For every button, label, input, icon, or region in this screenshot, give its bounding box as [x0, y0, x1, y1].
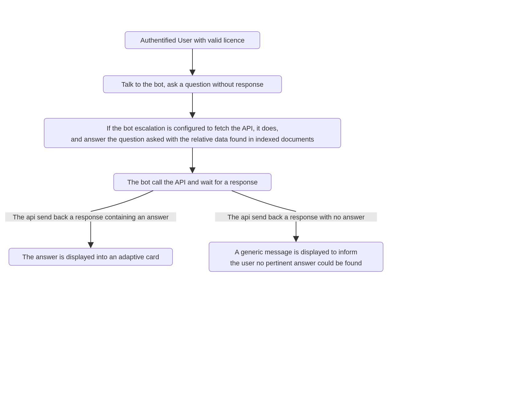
node-generic-message: A generic message is displayed to inform…	[209, 242, 383, 271]
edge-label-answer-text: The api send back a response containing …	[13, 213, 169, 221]
node-escalation-line1: If the bot escalation is configured to f…	[107, 124, 278, 132]
edge-4-right-top	[232, 191, 296, 211]
node-bot-call-api-text: The bot call the API and wait for a resp…	[127, 178, 258, 186]
svg-rect-2	[44, 118, 341, 148]
flowchart-canvas: Authentified User with valid licence Tal…	[0, 0, 532, 410]
edge-label-no-answer: The api send back a response with no ans…	[215, 212, 377, 222]
node-talk-to-bot-text: Talk to the bot, ask a question without …	[121, 81, 264, 88]
node-answer-displayed-text: The answer is displayed into an adaptive…	[22, 253, 159, 261]
edge-label-answer: The api send back a response containing …	[5, 212, 176, 222]
node-bot-call-api: The bot call the API and wait for a resp…	[114, 173, 271, 191]
node-escalation-configured: If the bot escalation is configured to f…	[44, 118, 341, 148]
node-authentified-user: Authentified User with valid licence	[125, 32, 260, 49]
svg-rect-7	[209, 242, 383, 271]
node-authentified-user-text: Authentified User with valid licence	[140, 36, 245, 44]
node-generic-message-line2: the user no pertinent answer could be fo…	[230, 259, 362, 267]
node-answer-displayed: The answer is displayed into an adaptive…	[9, 248, 173, 265]
node-generic-message-line1: A generic message is displayed to inform	[235, 248, 357, 256]
node-escalation-line2: and answer the question asked with the r…	[71, 135, 314, 143]
node-talk-to-bot: Talk to the bot, ask a question without …	[103, 76, 282, 93]
edge-label-no-answer-text: The api send back a response with no ans…	[227, 213, 365, 221]
edge-4-left-top	[91, 191, 153, 211]
